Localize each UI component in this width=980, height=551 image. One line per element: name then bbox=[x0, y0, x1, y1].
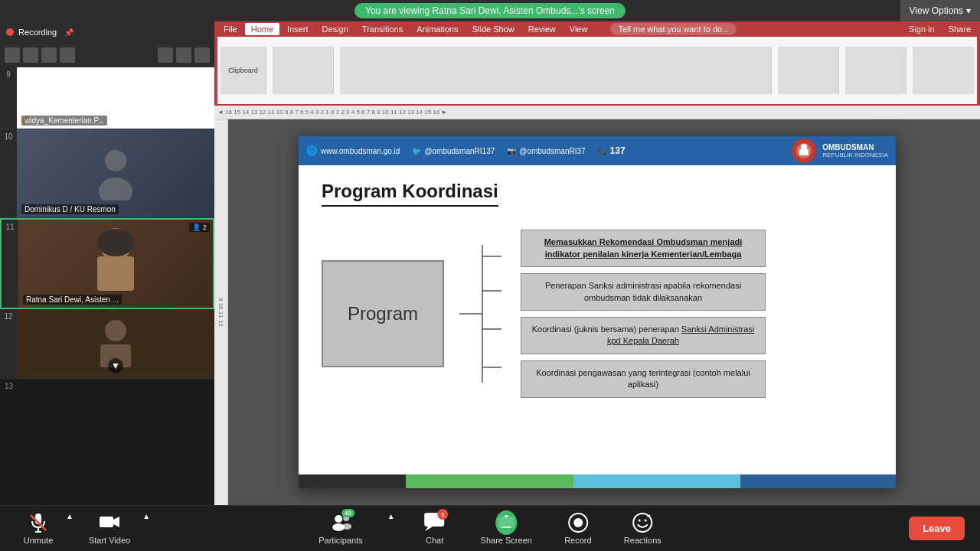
connector-area bbox=[459, 230, 505, 398]
svg-point-34 bbox=[573, 518, 583, 527]
svg-rect-21 bbox=[100, 517, 113, 527]
program-box-label: Program bbox=[348, 303, 418, 324]
instagram-text: @ombudsmanRI37 bbox=[519, 147, 585, 155]
reactions-button[interactable]: Reactions bbox=[616, 507, 669, 549]
unmute-chevron-button[interactable]: ▲ bbox=[64, 512, 75, 520]
share-screen-button[interactable]: Share Screen bbox=[473, 507, 540, 549]
bar-segment-2 bbox=[406, 474, 573, 488]
ribbon-tab-transitions[interactable]: Transitions bbox=[356, 23, 409, 35]
slide-header-website: 🌐 www.ombudsman.go.id bbox=[306, 145, 400, 156]
svg-point-1 bbox=[99, 178, 132, 201]
svg-marker-28 bbox=[426, 527, 433, 531]
toolbar-left: Unmute ▲ Start Video ▲ bbox=[15, 507, 152, 549]
slide-content: Program Koordinasi Program bbox=[299, 165, 896, 473]
chat-label: Chat bbox=[426, 536, 443, 545]
row-number: 12 bbox=[0, 309, 17, 378]
vertical-ruler: 9 10 11 12 bbox=[214, 119, 228, 505]
participants-panel: Recording 📌 9 ⚡ widya_Kementerian P... 1… bbox=[0, 21, 214, 505]
share-screen-icon bbox=[495, 512, 517, 533]
view-options-label: View Options bbox=[910, 5, 963, 16]
list-item: 11 👤 2 Ratna Sari Dewi, Asisten ... bbox=[0, 218, 214, 309]
ombudsman-logo-text: OMBUDSMAN REPUBLIK INDONESIA bbox=[822, 143, 888, 158]
record-button[interactable]: Record bbox=[555, 507, 601, 549]
info-box-text-4: Koordinasi pengawasan yang terintegrasi … bbox=[536, 368, 750, 389]
reactions-label: Reactions bbox=[624, 536, 662, 545]
website-text: www.ombudsman.go.id bbox=[321, 147, 400, 155]
participants-label: Participants bbox=[318, 536, 362, 545]
slide-bottom-bar bbox=[299, 474, 896, 488]
ribbon-tab-insert[interactable]: Insert bbox=[281, 23, 315, 35]
unmute-button[interactable]: Unmute bbox=[15, 507, 61, 549]
ribbon-tab-design[interactable]: Design bbox=[316, 23, 354, 35]
participant-video-thumb[interactable]: ⚡ widya_Kementerian P... bbox=[17, 67, 214, 129]
paragraph-group bbox=[778, 47, 839, 94]
slide: 🌐 www.ombudsman.go.id 🐦 @ombudsmanRI137 … bbox=[299, 136, 896, 488]
share-button[interactable]: Share bbox=[942, 23, 977, 35]
participants-chevron-button[interactable]: ▲ bbox=[386, 512, 397, 520]
info-box-3: Koordinasi (juknis bersama) penerapan Sa… bbox=[521, 317, 766, 354]
ruler: ◄ 16 15 14 13 12 11 10 9 8 7 6 5 4 3 2 1… bbox=[214, 106, 980, 119]
phone-text: 137 bbox=[610, 145, 626, 156]
view-options-button[interactable]: View Options ▾ bbox=[900, 0, 980, 21]
signin-button[interactable]: Sign in bbox=[903, 23, 941, 35]
toolbar-icon-6 bbox=[176, 47, 191, 63]
ribbon-tab-animations[interactable]: Animations bbox=[410, 23, 464, 35]
top-notification-bar: You are viewing Ratna Sari Dewi, Asisten… bbox=[0, 0, 980, 21]
globe-icon: 🌐 bbox=[306, 145, 318, 156]
participant-video-thumb[interactable]: 👤 2 Ratna Sari Dewi, Asisten ... bbox=[18, 220, 213, 308]
svg-rect-29 bbox=[498, 517, 514, 527]
svg-point-5 bbox=[105, 320, 126, 341]
notification-text: You are viewing Ratna Sari Dewi, Asisten… bbox=[354, 3, 626, 18]
phone-icon: 📞 bbox=[598, 147, 607, 155]
record-label: Record bbox=[564, 536, 591, 545]
search-field[interactable]: Tell me what you want to do... bbox=[610, 23, 737, 35]
twitter-text: @ombudsmanRI137 bbox=[424, 147, 495, 155]
vertical-ruler-numbers: 9 10 11 12 bbox=[217, 298, 224, 327]
share-screen-icon-bg bbox=[495, 510, 517, 535]
bottom-toolbar: Unmute ▲ Start Video ▲ bbox=[0, 505, 980, 551]
ombudsman-logo-container: OMBUDSMAN REPUBLIK INDONESIA bbox=[790, 137, 888, 165]
slide-header-instagram: 📷 @ombudsmanRI37 bbox=[507, 147, 585, 155]
leave-button[interactable]: Leave bbox=[909, 517, 965, 540]
info-box-1: Memasukkan Rekomendasi Ombudsman menjadi… bbox=[521, 230, 766, 267]
twitter-icon: 🐦 bbox=[412, 147, 421, 155]
toolbar-icon-7 bbox=[194, 47, 210, 63]
video-label-overlay: 👤 2 bbox=[189, 223, 210, 232]
mic-svg bbox=[29, 512, 47, 533]
ribbon-tab-slideshow[interactable]: Slide Show bbox=[466, 23, 521, 35]
chat-button[interactable]: 1 Chat bbox=[412, 507, 458, 549]
recording-titlebar: Recording 📌 bbox=[0, 21, 214, 43]
svg-marker-22 bbox=[113, 517, 119, 527]
record-icon bbox=[567, 512, 589, 533]
more-participants-button[interactable]: ▼ bbox=[108, 358, 123, 373]
info-box-2: Penerapan Sanksi administrasi apabila re… bbox=[521, 273, 766, 311]
ribbon-tab-file[interactable]: File bbox=[217, 23, 243, 35]
chat-badge: 1 bbox=[438, 509, 449, 520]
participants-button[interactable]: 43 Participants bbox=[311, 507, 370, 549]
slide-header-phone: 📞 137 bbox=[598, 145, 626, 156]
ribbon-tab-view[interactable]: View bbox=[564, 23, 594, 35]
ribbon-tab-review[interactable]: Review bbox=[522, 23, 562, 35]
start-video-button[interactable]: Start Video bbox=[81, 507, 138, 549]
svg-point-26 bbox=[342, 523, 351, 530]
powerpoint-area: File Home Insert Design Transitions Anim… bbox=[214, 21, 980, 505]
row-number-13: 13 bbox=[0, 379, 214, 393]
recording-pin-icon: 📌 bbox=[64, 28, 74, 37]
info-box-text-2: Penerapan Sanksi administrasi apabila re… bbox=[545, 281, 741, 302]
share-screen-label: Share Screen bbox=[481, 536, 532, 545]
video-chevron-button[interactable]: ▲ bbox=[141, 512, 152, 520]
unmute-label: Unmute bbox=[24, 536, 54, 545]
svg-point-36 bbox=[639, 520, 641, 522]
participant-video-thumb[interactable]: Dominikus D / KU Resmon bbox=[17, 129, 214, 217]
svg-point-3 bbox=[97, 229, 134, 256]
svg-point-23 bbox=[335, 515, 342, 523]
participant-video-thumb[interactable]: ▼ bbox=[17, 309, 214, 378]
recording-title: Recording bbox=[18, 28, 57, 37]
toolbar-icon-1 bbox=[5, 47, 20, 63]
info-box-4: Koordinasi pengawasan yang terintegrasi … bbox=[521, 360, 766, 398]
ribbon-tab-home[interactable]: Home bbox=[245, 23, 279, 35]
person-silhouette-icon bbox=[96, 147, 135, 201]
ombudsman-logo-icon bbox=[790, 137, 818, 165]
chevron-down-icon: ▼ bbox=[111, 360, 120, 371]
record-svg bbox=[567, 512, 589, 533]
